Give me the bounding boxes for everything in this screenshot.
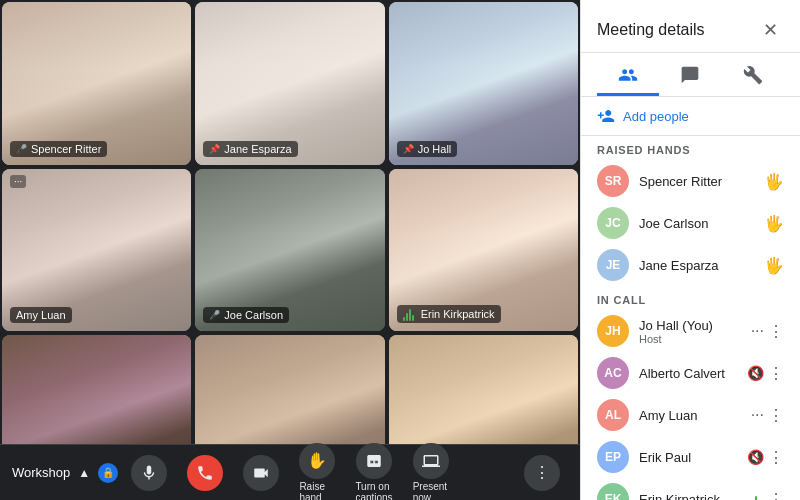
menu-erik-icon[interactable]: ⋮ [768,448,784,467]
info-jane-rh: Jane Esparza [639,258,754,273]
raised-hand-spencer[interactable]: SR Spencer Ritter 🖐 [581,160,800,202]
name-amy-call: Amy Luan [639,408,741,423]
avatar-erin: EK [597,483,629,500]
in-call-alberto[interactable]: AC Alberto Calvert 🔇 ⋮ [581,352,800,394]
more-options-button[interactable]: ⋮ [516,451,568,495]
actions-erin: ⋮ [752,490,784,501]
menu-jo-icon[interactable]: ⋮ [768,322,784,341]
avatar-jane-rh: JE [597,249,629,281]
muted-alberto-icon: 🔇 [747,365,764,381]
end-call-button[interactable] [179,451,231,495]
add-people-button[interactable]: Add people [581,97,800,136]
in-call-erin[interactable]: EK Erin Kirpatrick ⋮ [581,478,800,500]
meeting-name: Workshop [12,465,70,480]
in-call-label: IN CALL [581,286,800,310]
details-panel: Meeting details ✕ Add people RAISED HAND… [580,0,800,500]
toolbar-center: ✋ Raise hand Turn on captions Present no… [123,439,456,501]
info-jo: Jo Hall (You) Host [639,318,741,345]
actions-erik: 🔇 ⋮ [747,448,784,467]
avatar-spencer: SR [597,165,629,197]
camera-button[interactable] [235,451,287,495]
tab-activities[interactable] [722,57,784,96]
raised-hands-label: RAISED HANDS [581,136,800,160]
name-jo-call: Jo Hall (You) [639,318,741,333]
more-amy[interactable]: ··· [10,175,26,188]
name-spencer: Spencer Ritter [639,174,754,189]
panel-tabs [581,53,800,97]
tab-people[interactable] [597,57,659,96]
mic-button[interactable] [123,451,175,495]
end-call-icon [187,455,223,491]
raised-hand-icon-jane: 🖐 [764,256,784,275]
raised-hand-jane[interactable]: JE Jane Esparza 🖐 [581,244,800,286]
info-joe: Joe Carlson [639,216,754,231]
present-label: Present now [413,481,449,501]
info-amy: Amy Luan [639,408,741,423]
video-cell-erin[interactable]: Erin Kirkpatrick [389,169,578,332]
security-shield-icon[interactable]: 🔒 [98,463,118,483]
avatar-erik: EP [597,441,629,473]
name-tag-amy: Amy Luan [10,307,72,323]
avatar-amy: AL [597,399,629,431]
raised-hand-icon-joe: 🖐 [764,214,784,233]
tab-chat[interactable] [659,57,721,96]
video-cell-amy[interactable]: ··· Amy Luan [2,169,191,332]
video-grid: 🎤 Spencer Ritter 📌 Jane Esparza 📌 Jo Hal… [0,0,580,500]
name-tag-jane: 📌 Jane Esparza [203,141,297,157]
muted-erik-icon: 🔇 [747,449,764,465]
info-erik: Erik Paul [639,450,737,465]
name-erik-call: Erik Paul [639,450,737,465]
name-tag-erin: Erin Kirkpatrick [397,305,501,323]
panel-title: Meeting details [597,21,705,39]
panel-scroll: RAISED HANDS SR Spencer Ritter 🖐 JC Joe … [581,136,800,500]
raise-hand-button[interactable]: ✋ Raise hand [291,439,343,501]
audio-bars-erin [752,492,760,500]
present-icon [413,443,449,479]
video-cell-jo[interactable]: 📌 Jo Hall [389,2,578,165]
captions-icon [356,443,392,479]
captions-button[interactable]: Turn on captions [347,439,400,501]
video-cell-jane[interactable]: 📌 Jane Esparza [195,2,384,165]
in-call-jo[interactable]: JH Jo Hall (You) Host ··· ⋮ [581,310,800,352]
name-tag-joe: 🎤 Joe Carlson [203,307,289,323]
name-erin-call: Erin Kirpatrick [639,492,742,501]
toolbar: Workshop ▲ 🔒 ✋ Raise hand [0,444,580,500]
avatar-joe: JC [597,207,629,239]
in-call-erik[interactable]: EP Erik Paul 🔇 ⋮ [581,436,800,478]
in-call-amy[interactable]: AL Amy Luan ··· ⋮ [581,394,800,436]
avatar-alberto: AC [597,357,629,389]
camera-icon [243,455,279,491]
mic-icon [131,455,167,491]
panel-header: Meeting details ✕ [581,0,800,53]
info-alberto: Alberto Calvert [639,366,737,381]
more-options-icon: ⋮ [524,455,560,491]
name-jane-rh: Jane Esparza [639,258,754,273]
menu-amy-icon[interactable]: ⋮ [768,406,784,425]
actions-amy: ··· ⋮ [751,406,784,425]
info-spencer: Spencer Ritter [639,174,754,189]
name-tag-spencer: 🎤 Spencer Ritter [10,141,107,157]
raise-hand-icon: ✋ [299,443,335,479]
raised-hand-icon-spencer: 🖐 [764,172,784,191]
close-panel-button[interactable]: ✕ [756,16,784,44]
toolbar-right: ⋮ [457,451,568,495]
meeting-chevron-icon[interactable]: ▲ [78,466,90,480]
actions-alberto: 🔇 ⋮ [747,364,784,383]
video-cell-spencer[interactable]: 🎤 Spencer Ritter [2,2,191,165]
toolbar-left: Workshop ▲ 🔒 [12,463,123,483]
menu-erin-icon[interactable]: ⋮ [768,490,784,501]
captions-label: Turn on captions [355,481,392,501]
video-row-1: 🎤 Spencer Ritter 📌 Jane Esparza 📌 Jo Hal… [0,0,580,167]
present-button[interactable]: Present now [405,439,457,501]
raised-hand-joe[interactable]: JC Joe Carlson 🖐 [581,202,800,244]
more-jo-icon[interactable]: ··· [751,322,764,340]
menu-alberto-icon[interactable]: ⋮ [768,364,784,383]
actions-jo: ··· ⋮ [751,322,784,341]
video-cell-joe[interactable]: 🎤 Joe Carlson [195,169,384,332]
add-people-label: Add people [623,109,689,124]
info-erin: Erin Kirpatrick [639,492,742,501]
raise-hand-label: Raise hand [299,481,335,501]
more-amy-icon[interactable]: ··· [751,406,764,424]
name-tag-jo: 📌 Jo Hall [397,141,458,157]
name-joe: Joe Carlson [639,216,754,231]
